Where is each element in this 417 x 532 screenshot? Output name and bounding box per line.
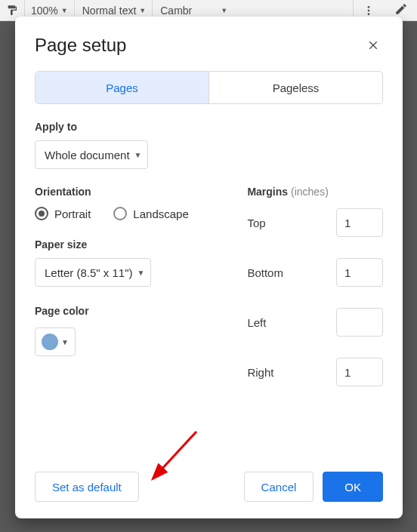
close-button[interactable] <box>363 35 383 55</box>
button-label: Cancel <box>261 481 297 494</box>
paper-size-dropdown[interactable]: Letter (8.5" x 11") ▼ <box>35 258 151 287</box>
ok-button[interactable]: OK <box>323 472 383 502</box>
margin-bottom-label: Bottom <box>247 266 283 279</box>
radio-label: Portrait <box>54 208 91 220</box>
margin-bottom-input[interactable] <box>336 258 383 287</box>
margin-left-label: Left <box>247 316 266 329</box>
page-color-picker[interactable]: ▼ <box>35 328 76 356</box>
page-color-label: Page color <box>35 305 224 317</box>
svg-point-0 <box>368 6 370 8</box>
tab-pageless[interactable]: Pageless <box>208 72 382 103</box>
font-value: Cambr <box>160 5 192 17</box>
zoom-value: 100% <box>31 5 58 17</box>
radio-label: Landscape <box>133 208 188 220</box>
color-swatch-icon <box>42 334 58 350</box>
svg-point-2 <box>368 13 370 15</box>
margins-label: Margins (inches) <box>247 186 383 198</box>
margin-right-input[interactable] <box>336 358 383 386</box>
button-label: OK <box>344 481 361 494</box>
orientation-landscape-radio[interactable]: Landscape <box>113 207 188 220</box>
tab-label: Pages <box>106 81 138 94</box>
chevron-down-icon: ▼ <box>139 7 146 14</box>
chevron-down-icon: ▼ <box>221 7 227 14</box>
dropdown-value: Letter (8.5" x 11") <box>45 266 133 279</box>
apply-to-dropdown[interactable]: Whole document ▼ <box>35 140 148 169</box>
chevron-down-icon: ▼ <box>137 269 145 277</box>
paper-size-label: Paper size <box>35 238 224 251</box>
svg-point-1 <box>368 9 370 11</box>
tab-pages[interactable]: Pages <box>36 72 208 103</box>
more-vertical-icon <box>363 5 375 17</box>
tab-bar: Pages Pageless <box>35 71 383 104</box>
margin-right-label: Right <box>247 366 273 379</box>
page-setup-dialog: Page setup Pages Pageless Apply to Whole… <box>15 17 403 518</box>
svg-line-3 <box>160 432 196 471</box>
close-icon <box>366 38 380 52</box>
dialog-title: Page setup <box>35 35 126 56</box>
cancel-button[interactable]: Cancel <box>244 472 314 502</box>
radio-icon <box>35 207 48 220</box>
style-value: Normal text <box>82 5 137 17</box>
button-label: Set as default <box>52 481 122 494</box>
edit-mode-icon[interactable] <box>385 2 417 18</box>
orientation-label: Orientation <box>35 186 224 198</box>
orientation-portrait-radio[interactable]: Portrait <box>35 207 91 220</box>
apply-to-label: Apply to <box>35 121 383 133</box>
set-default-button[interactable]: Set as default <box>35 472 139 502</box>
margin-top-label: Top <box>247 217 265 229</box>
dropdown-value: Whole document <box>45 149 130 161</box>
margin-left-input[interactable] <box>336 308 383 337</box>
radio-icon <box>113 207 127 220</box>
tab-label: Pageless <box>273 81 320 94</box>
paint-format-icon <box>6 5 18 17</box>
chevron-down-icon: ▼ <box>61 338 69 346</box>
margin-top-input[interactable] <box>336 208 383 237</box>
chevron-down-icon: ▼ <box>134 151 142 159</box>
chevron-down-icon: ▼ <box>61 7 68 14</box>
